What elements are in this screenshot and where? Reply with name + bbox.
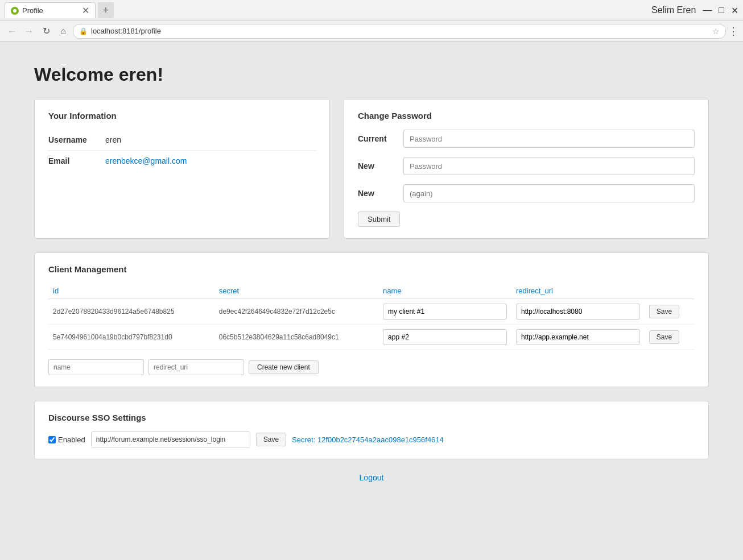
sso-settings-card: Discourse SSO Settings Enabled Save Secr… (34, 401, 709, 459)
page-title: Welcome eren! (34, 64, 709, 85)
col-header-redirect: redirect_uri (511, 283, 645, 299)
address-bar[interactable]: 🔒 localhost:8181/profile ☆ (73, 24, 726, 39)
client-name-cell-0[interactable] (378, 299, 511, 325)
client-name-cell-1[interactable] (378, 325, 511, 350)
forward-button[interactable]: → (22, 24, 36, 39)
browser-chrome: Profile ✕ + Selim Eren — □ ✕ ← → ↻ ⌂ 🔒 l… (0, 0, 743, 42)
client-save-button-0[interactable]: Save (649, 305, 679, 318)
sso-secret-display: Secret: 12f00b2c27454a2aac098e1c956f4614 (292, 435, 444, 444)
window-controls: Selim Eren — □ ✕ (651, 5, 738, 16)
sso-secret-label: Secret: (292, 435, 317, 444)
username-value: eren (105, 135, 121, 144)
home-button[interactable]: ⌂ (56, 24, 71, 39)
page-content: Welcome eren! Your Information Username … (0, 42, 743, 560)
sso-url-input[interactable] (91, 432, 250, 447)
table-row: 2d27e2078820433d96124a5e6748b825 de9ec42… (48, 299, 695, 325)
info-card-title: Your Information (48, 111, 316, 121)
password-card-title: Change Password (358, 111, 695, 121)
current-password-label: Current (358, 134, 403, 143)
new-password-again-row: New (358, 184, 695, 202)
submit-button[interactable]: Submit (358, 211, 400, 227)
client-redirect-cell-0[interactable] (511, 299, 645, 325)
tab-favicon-icon (11, 7, 19, 15)
new-password-again-label: New (358, 189, 403, 198)
close-button[interactable]: ✕ (731, 5, 738, 16)
new-password-again-input[interactable] (403, 184, 695, 202)
col-header-action (645, 283, 695, 299)
top-row: Your Information Username eren Email ere… (34, 99, 709, 239)
user-label: Selim Eren (651, 5, 696, 15)
client-redirect-input-0[interactable] (516, 304, 640, 320)
client-id-0: 2d27e2078820433d96124a5e6748b825 (48, 299, 214, 325)
logout-link[interactable]: Logout (360, 473, 384, 482)
col-header-name: name (378, 283, 511, 299)
new-tab-button[interactable]: + (98, 2, 114, 18)
client-save-cell-0[interactable]: Save (645, 299, 695, 325)
username-row: Username eren (48, 130, 316, 151)
lock-icon: 🔒 (79, 27, 88, 35)
col-header-secret: secret (214, 283, 378, 299)
new-password-row: New (358, 157, 695, 175)
client-management-title: Client Management (48, 264, 695, 274)
current-password-row: Current (358, 130, 695, 148)
title-bar: Profile ✕ + Selim Eren — □ ✕ (0, 0, 743, 20)
tab-close-button[interactable]: ✕ (82, 6, 89, 15)
maximize-button[interactable]: □ (719, 5, 724, 15)
sso-enabled-label: Enabled (58, 435, 85, 444)
logout-row: Logout (34, 473, 709, 482)
col-header-id: id (48, 283, 214, 299)
browser-tab[interactable]: Profile ✕ (5, 2, 96, 18)
email-value: erenbekce@gmail.com (105, 156, 187, 165)
username-label: Username (48, 135, 105, 144)
client-secret-0: de9ec42f264649c4832e72f7d12c2e5c (214, 299, 378, 325)
bookmark-icon[interactable]: ☆ (712, 27, 720, 36)
new-password-input[interactable] (403, 157, 695, 175)
sso-row: Enabled Save Secret: 12f00b2c27454a2aac0… (48, 432, 695, 447)
sso-enabled-checkbox[interactable] (48, 436, 56, 443)
table-header-row: id secret name redirect_uri (48, 283, 695, 299)
sso-secret-value: 12f00b2c27454a2aac098e1c956f4614 (317, 435, 444, 444)
info-card: Your Information Username eren Email ere… (34, 99, 330, 239)
client-management-card: Client Management id secret name redirec… (34, 252, 709, 387)
client-name-input-1[interactable] (383, 329, 507, 345)
tab-title: Profile (22, 6, 43, 15)
sso-enabled-toggle: Enabled (48, 435, 85, 444)
client-save-cell-1[interactable]: Save (645, 325, 695, 350)
new-client-redirect-input[interactable] (148, 359, 244, 375)
client-save-button-1[interactable]: Save (649, 330, 679, 344)
new-client-name-input[interactable] (48, 359, 144, 375)
password-card: Change Password Current New New Submit (344, 99, 709, 239)
nav-bar: ← → ↻ ⌂ 🔒 localhost:8181/profile ☆ ⋮ (0, 20, 743, 41)
client-redirect-input-1[interactable] (516, 329, 640, 345)
sso-save-button[interactable]: Save (256, 433, 286, 446)
client-table: id secret name redirect_uri 2d27e2078820… (48, 283, 695, 350)
sso-settings-title: Discourse SSO Settings (48, 413, 695, 422)
create-client-button[interactable]: Create new client (249, 360, 319, 374)
client-redirect-cell-1[interactable] (511, 325, 645, 350)
reload-button[interactable]: ↻ (39, 24, 53, 39)
table-row: 5e74094961004a19b0cbd797bf8231d0 06c5b51… (48, 325, 695, 350)
back-button[interactable]: ← (5, 24, 19, 39)
url-display: localhost:8181/profile (91, 27, 709, 35)
client-id-1: 5e74094961004a19b0cbd797bf8231d0 (48, 325, 214, 350)
client-name-input-0[interactable] (383, 304, 507, 320)
new-password-label: New (358, 161, 403, 171)
browser-menu-button[interactable]: ⋮ (728, 25, 738, 38)
new-client-row: Create new client (48, 359, 695, 375)
minimize-button[interactable]: — (703, 5, 712, 15)
email-label: Email (48, 156, 105, 165)
email-row: Email erenbekce@gmail.com (48, 151, 316, 171)
current-password-input[interactable] (403, 130, 695, 148)
client-secret-1: 06c5b512e3804629a11c58c6ad8049c1 (214, 325, 378, 350)
